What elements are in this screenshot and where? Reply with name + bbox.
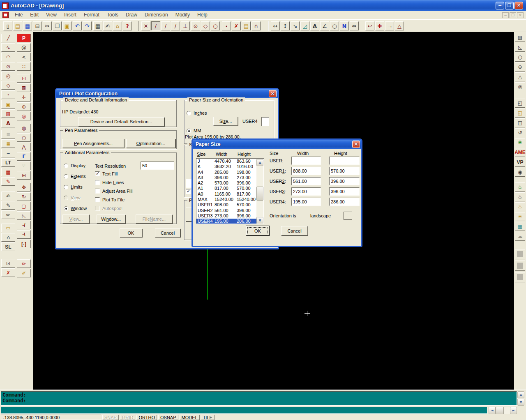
scroll-down-icon[interactable]: ▼: [256, 217, 263, 224]
object-group[interactable]: ▦: [93, 21, 102, 30]
sketch[interactable]: ∵: [17, 162, 31, 170]
setup-profile[interactable]: ◉: [515, 168, 525, 177]
paper-size-row[interactable]: A2 570.00 396.00: [196, 180, 256, 186]
snap-center[interactable]: ⊙: [191, 21, 200, 30]
dim-linear[interactable]: ↔: [271, 21, 280, 30]
line[interactable]: ╱: [1, 34, 15, 42]
solid-torus[interactable]: ◎: [515, 82, 525, 91]
dim-radius[interactable]: ○: [330, 21, 339, 30]
user-height-input[interactable]: 396.00: [329, 187, 360, 196]
dim-ordinate[interactable]: ◿: [300, 21, 309, 30]
paper-dialog-cancel-button[interactable]: Cancel: [281, 226, 308, 235]
paper-size-row[interactable]: USER3 273.00 396.00: [196, 213, 256, 219]
scroll-up-icon[interactable]: ▲: [517, 391, 524, 398]
minimize-button[interactable]: −: [496, 2, 504, 9]
help[interactable]: ?: [123, 21, 132, 30]
check-hide-lines[interactable]: Hide-Lines: [95, 179, 132, 186]
insert-block[interactable]: ▣: [1, 100, 15, 108]
paste[interactable]: ▣: [62, 21, 72, 30]
toggle-osnap[interactable]: OSNAP: [158, 415, 178, 420]
text-resolution-input[interactable]: 50: [141, 162, 174, 170]
snap-midpoint[interactable]: ∕: [171, 21, 180, 30]
layer-control[interactable]: ≣: [1, 139, 15, 148]
linetype-dashes[interactable]: ┅: [1, 149, 15, 157]
break[interactable]: [·]: [17, 240, 31, 248]
mirror[interactable]: ⋀: [17, 143, 31, 151]
snap-nearest[interactable]: ∩: [251, 21, 261, 30]
ucs[interactable]: ⌂: [1, 233, 15, 242]
file-name-button[interactable]: File Name...: [136, 215, 173, 224]
menu-item[interactable]: Draw: [122, 11, 141, 19]
mdi-restore-button[interactable]: ❐: [510, 12, 516, 18]
blank-slot-1[interactable]: [515, 249, 525, 259]
section[interactable]: ↺: [515, 128, 525, 137]
scroll-right-icon[interactable]: ►: [510, 407, 517, 414]
check-text-fill[interactable]: Text Fill: [95, 171, 132, 177]
scroll-thumb[interactable]: [496, 407, 504, 414]
menu-item[interactable]: Modify: [172, 11, 194, 19]
menu-item[interactable]: View: [42, 11, 60, 19]
array[interactable]: ⊞: [17, 171, 31, 180]
toggle-grid[interactable]: GRID: [120, 415, 136, 420]
undo[interactable]: ↶: [73, 21, 82, 30]
ellipse[interactable]: ◎: [1, 72, 15, 80]
scroll-thumb[interactable]: [256, 187, 263, 201]
zoom-window[interactable]: ⊡: [17, 74, 31, 83]
fillet[interactable]: Γ: [17, 152, 31, 161]
less-than[interactable]: <: [17, 53, 31, 61]
zoom-previous[interactable]: ⊠: [17, 83, 31, 92]
command-input[interactable]: [1, 407, 487, 414]
new-file[interactable]: ▯: [3, 21, 12, 30]
paper-size-row[interactable]: USER1 808.00 570.00: [196, 202, 256, 208]
radio-display[interactable]: Display: [64, 162, 87, 170]
batch-plot[interactable]: ⌂: [113, 21, 122, 30]
dim-text-home[interactable]: ¬: [385, 21, 394, 30]
radio-extents[interactable]: Extents: [64, 172, 87, 180]
paper-size-row[interactable]: USER2 561.00 396.00: [196, 208, 256, 213]
user-width-input[interactable]: [291, 157, 321, 165]
edit-attribute[interactable]: ✏: [1, 210, 15, 219]
size-button[interactable]: Size...: [213, 117, 238, 126]
dim-aligned[interactable]: ↘: [291, 21, 300, 30]
extend[interactable]: -\: [17, 230, 31, 239]
donut[interactable]: ◍: [17, 124, 31, 132]
snap-tangent[interactable]: ○: [211, 21, 220, 30]
paper-size-row[interactable]: K 3632.20 1016.00: [196, 164, 256, 169]
interfere[interactable]: ❀: [515, 138, 525, 147]
radio-window[interactable]: Window: [64, 204, 87, 212]
scenes[interactable]: ▦: [515, 222, 525, 231]
optimization-button[interactable]: Optimization...: [126, 139, 175, 148]
open-file[interactable]: ▤: [13, 21, 22, 30]
menu-item[interactable]: Edit: [26, 11, 42, 19]
viewports[interactable]: VP: [515, 158, 525, 167]
point-blocks[interactable]: ∷: [17, 62, 31, 71]
pen-assignments-button[interactable]: Pen Assignments...: [62, 139, 124, 148]
blank-slot-2[interactable]: [515, 261, 525, 271]
check-adjust-area-fill[interactable]: Adjust Area Fill: [95, 188, 132, 194]
measure[interactable]: ▭: [1, 224, 15, 232]
revolve[interactable]: ◱: [515, 108, 525, 118]
mdi-close-button[interactable]: ✕: [517, 12, 524, 18]
command-hscrollbar[interactable]: ◄ ►: [489, 407, 517, 414]
radio-limits[interactable]: Limits: [64, 183, 87, 191]
point[interactable]: ·: [1, 90, 15, 99]
render[interactable]: ♨: [515, 182, 525, 192]
menu-item[interactable]: Dimension: [141, 11, 172, 19]
lights[interactable]: ☀: [515, 212, 525, 221]
print-dialog-close-button[interactable]: ✕: [269, 90, 277, 97]
paper-size-dialog-titlebar[interactable]: Paper Size ✕: [193, 140, 361, 149]
revision-cloud[interactable]: ○: [17, 133, 31, 142]
cut[interactable]: ✂: [43, 21, 52, 30]
list-scrollbar[interactable]: ▲ ▼: [256, 159, 263, 224]
stretch[interactable]: ◺: [17, 211, 31, 220]
ame-convert[interactable]: AME: [515, 148, 525, 157]
coordinate-display[interactable]: -138.8095,-430.1190,0.0000: [1, 415, 101, 420]
zoom-realtime[interactable]: ⊕: [17, 102, 31, 111]
copy[interactable]: ❐: [53, 21, 62, 30]
check-plot-to-file[interactable]: Plot To File: [95, 196, 132, 203]
leader[interactable]: ↩: [365, 21, 374, 30]
snap-node[interactable]: ·: [222, 21, 231, 30]
menu-item[interactable]: Format: [80, 11, 103, 19]
menu-item[interactable]: File: [11, 11, 26, 19]
close-button[interactable]: ✕: [514, 2, 523, 9]
